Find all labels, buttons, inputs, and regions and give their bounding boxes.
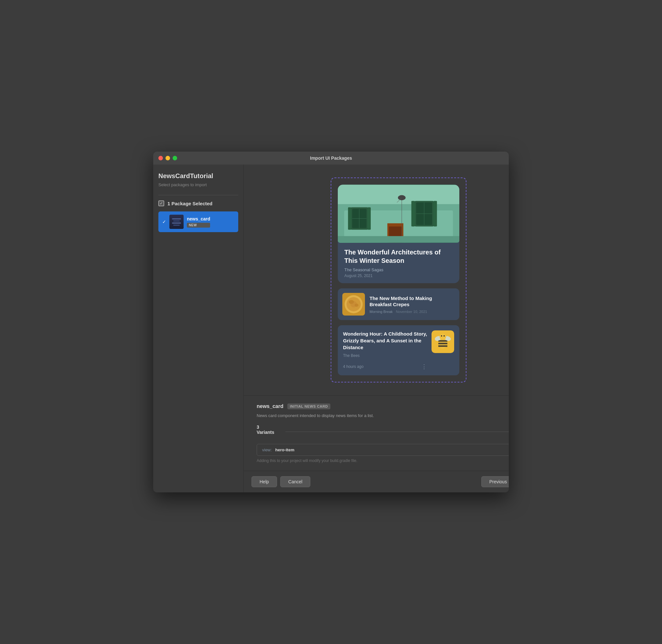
svg-rect-21 — [338, 236, 459, 243]
card-hero-author: The Seasonal Sagas — [344, 267, 453, 272]
package-info: news_card NEW — [187, 216, 210, 228]
svg-point-38 — [444, 335, 445, 337]
card-wide-author: The Bees — [343, 353, 427, 358]
svg-rect-8 — [348, 207, 351, 230]
checkmark-icon: ✓ — [160, 201, 163, 205]
detail-name: news_card — [257, 404, 283, 409]
card-hero-image — [338, 185, 459, 243]
card-wide-title: Wondering Hour: A Childhood Story, Grizz… — [343, 330, 427, 351]
footer-right: Previous Finish — [481, 476, 509, 487]
select-all-checkbox[interactable]: ✓ — [158, 201, 164, 206]
detail-description: News card component intended to display … — [257, 413, 509, 418]
variant-value: hero-item — [276, 447, 294, 452]
thumb-line-2 — [173, 221, 180, 222]
content-area: NewsCardTutorial Select packages to impo… — [153, 165, 509, 492]
svg-rect-32 — [438, 343, 447, 344]
sidebar-subtitle: Select packages to import — [158, 182, 238, 187]
variants-divider — [285, 432, 509, 432]
divider-1 — [158, 195, 238, 195]
titlebar: Import UI Packages — [153, 152, 509, 165]
card-horizontal-meta: Morning Break November 10, 2021 — [370, 310, 455, 314]
main-window: Import UI Packages NewsCardTutorial Sele… — [153, 152, 509, 492]
thumb-line-3 — [172, 223, 181, 224]
package-name: news_card — [187, 216, 210, 222]
window-title: Import UI Packages — [310, 156, 352, 161]
close-button[interactable] — [158, 156, 163, 160]
titlebar-buttons — [158, 156, 177, 160]
svg-rect-9 — [368, 207, 371, 230]
help-button[interactable]: Help — [252, 476, 277, 487]
card-hero-date: August 25, 2021 — [344, 274, 453, 278]
card-hero-content: The Wonderful Architectures of This Wint… — [338, 243, 459, 283]
detail-tag: INITIAL NEWS CARD — [287, 404, 331, 409]
package-selected-row: ✓ 1 Package Selected — [158, 201, 238, 206]
bee-svg — [431, 330, 454, 353]
svg-rect-33 — [438, 345, 447, 347]
building-svg — [338, 185, 459, 243]
card-wide-time: 4 hours ago — [343, 364, 363, 369]
package-item-news-card[interactable]: ✓ news_card NEW — [158, 211, 238, 232]
card-hero: The Wonderful Architectures of This Wint… — [338, 185, 459, 283]
variants-label: 3 Variants — [257, 424, 278, 435]
thumb-line-1 — [172, 218, 181, 220]
card-wide-footer: 4 hours ago ⋮ — [343, 363, 427, 370]
minimize-button[interactable] — [166, 156, 170, 160]
sidebar: NewsCardTutorial Select packages to impo… — [153, 165, 244, 492]
card-wide-image — [431, 330, 454, 353]
card-horizontal-title: The New Method to Making Breakfast Crepe… — [370, 295, 455, 308]
detail-section: news_card INITIAL NEWS CARD News card co… — [244, 395, 509, 471]
footer: Help Cancel Previous Finish — [244, 471, 509, 492]
crepe-svg — [342, 293, 365, 316]
footer-left: Help Cancel — [252, 476, 310, 487]
svg-rect-14 — [411, 201, 415, 226]
svg-point-37 — [441, 335, 442, 337]
svg-point-36 — [440, 334, 446, 340]
card-hero-title: The Wonderful Architectures of This Wint… — [344, 248, 453, 265]
project-name: NewsCardTutorial — [158, 172, 238, 180]
previous-button[interactable]: Previous — [481, 476, 509, 487]
card-horizontal-content: The New Method to Making Breakfast Crepe… — [370, 295, 455, 314]
svg-rect-31 — [438, 340, 447, 342]
card-horizontal-image — [342, 293, 365, 316]
card-wide: Wondering Hour: A Childhood Story, Grizz… — [338, 325, 459, 375]
card-wide-content: Wondering Hour: A Childhood Story, Grizz… — [343, 330, 427, 370]
variants-header-row: 3 Variants — [257, 424, 509, 439]
cancel-button[interactable]: Cancel — [280, 476, 311, 487]
thumbnail-inner — [169, 215, 184, 229]
main-panel: The Wonderful Architectures of This Wint… — [244, 165, 509, 492]
card-horizontal-author: Morning Break — [370, 310, 393, 314]
package-thumbnail — [169, 215, 184, 229]
thumb-line-4 — [173, 225, 180, 226]
card-horizontal: The New Method to Making Breakfast Crepe… — [338, 289, 459, 320]
svg-rect-15 — [433, 201, 437, 226]
variant-box: view: hero-item — [257, 444, 509, 456]
svg-point-19 — [398, 195, 406, 201]
more-options-icon[interactable]: ⋮ — [421, 363, 427, 370]
package-check-icon: ✓ — [162, 219, 166, 224]
package-selected-label: 1 Package Selected — [167, 201, 212, 206]
card-horizontal-date: November 10, 2021 — [396, 310, 427, 314]
svg-point-27 — [350, 301, 357, 307]
detail-note: Adding this to your project will modify … — [257, 458, 509, 463]
preview-container: The Wonderful Architectures of This Wint… — [331, 178, 467, 383]
maximize-button[interactable] — [173, 156, 177, 160]
variant-key: view: — [262, 447, 272, 452]
preview-area: The Wonderful Architectures of This Wint… — [244, 165, 509, 395]
detail-header: news_card INITIAL NEWS CARD — [257, 404, 509, 409]
new-badge: NEW — [187, 223, 210, 228]
